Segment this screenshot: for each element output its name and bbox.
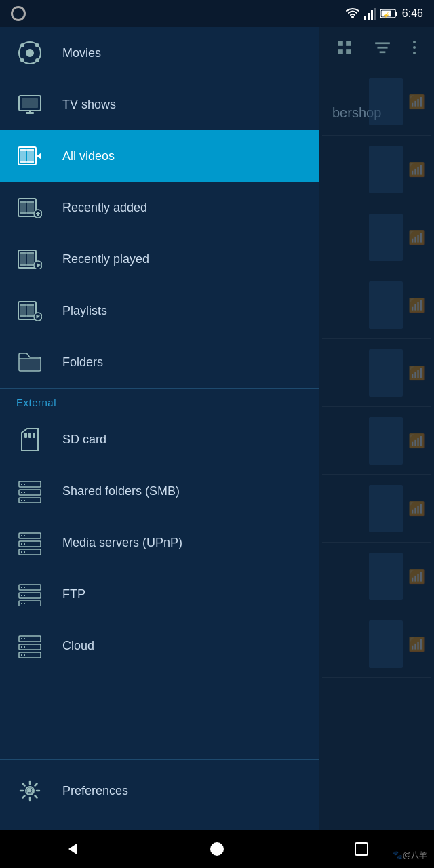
sidebar-item-label: Media servers (UPnP) <box>62 536 182 550</box>
ftp-icon <box>16 580 43 608</box>
svg-rect-11 <box>364 16 366 20</box>
svg-rect-85 <box>24 595 25 596</box>
sidebar-item-cloud[interactable]: Cloud <box>0 620 319 671</box>
svg-rect-54 <box>20 315 34 317</box>
back-icon <box>64 841 81 857</box>
home-icon <box>209 841 225 857</box>
bg-list-item: 📶 <box>322 203 431 271</box>
svg-point-7 <box>413 41 416 43</box>
svg-point-10 <box>351 16 354 18</box>
cloud-icon <box>16 632 43 659</box>
svg-point-22 <box>35 43 39 47</box>
svg-rect-13 <box>371 10 373 20</box>
sidebar-item-ftp[interactable]: FTP <box>0 568 319 620</box>
svg-rect-12 <box>368 13 370 20</box>
svg-rect-94 <box>24 646 25 648</box>
svg-rect-84 <box>21 595 22 596</box>
back-button[interactable] <box>52 835 93 863</box>
svg-point-24 <box>35 58 39 62</box>
sidebar-item-upnp[interactable]: Media servers (UPnP) <box>0 517 319 568</box>
battery-icon: ⚡ <box>380 8 398 19</box>
sidebar-item-label: Recently added <box>62 201 147 215</box>
external-section-header: External <box>0 389 319 414</box>
navigation-drawer: Movies TV shows All videos <box>0 0 319 868</box>
sidebar-item-label: FTP <box>62 587 85 601</box>
wifi-status-icon <box>345 7 360 20</box>
video-play-icon <box>16 245 43 273</box>
sidebar-item-movies[interactable]: Movies <box>0 27 319 79</box>
bg-list-item: 📶 <box>322 271 431 339</box>
svg-rect-39 <box>20 212 34 214</box>
svg-point-21 <box>20 43 24 47</box>
bg-list-item: 📶 <box>322 610 431 678</box>
video-icon <box>16 142 43 170</box>
svg-point-9 <box>413 52 416 54</box>
bg-list-item: 📶 <box>322 407 431 475</box>
svg-rect-0 <box>338 41 343 46</box>
wifi-icon: 📶 <box>408 94 425 110</box>
svg-rect-53 <box>20 304 34 306</box>
svg-rect-5 <box>377 47 387 49</box>
svg-rect-33 <box>20 161 34 163</box>
wifi-icon: 📶 <box>408 365 425 381</box>
video-add-icon <box>16 194 43 221</box>
sidebar-item-all-videos[interactable]: All videos <box>0 130 319 182</box>
sidebar-item-recently-added[interactable]: Recently added <box>0 182 319 233</box>
sidebar-item-label: SD card <box>62 433 106 447</box>
svg-rect-72 <box>21 535 22 536</box>
sidebar-item-folders[interactable]: Folders <box>0 336 319 388</box>
sidebar-item-label: Playlists <box>62 304 107 318</box>
playlist-icon <box>16 297 43 324</box>
svg-rect-4 <box>375 42 390 44</box>
more-icon[interactable] <box>412 39 417 56</box>
sidebar-item-recently-played[interactable]: Recently played <box>0 233 319 285</box>
svg-text:⚡: ⚡ <box>383 12 390 18</box>
svg-rect-27 <box>26 112 34 114</box>
svg-rect-70 <box>24 500 25 501</box>
svg-rect-73 <box>24 535 25 536</box>
home-button[interactable] <box>197 835 237 863</box>
sidebar-item-sd-card[interactable]: SD card <box>0 414 319 465</box>
sidebar-item-label: Preferences <box>62 784 128 798</box>
sidebar-item-smb[interactable]: Shared folders (SMB) <box>0 465 319 517</box>
svg-rect-79 <box>24 551 25 553</box>
recents-icon <box>355 842 368 856</box>
svg-rect-69 <box>21 500 22 501</box>
bg-list: 📶 📶 📶 📶 📶 📶 📶 📶 <box>322 68 431 678</box>
svg-rect-47 <box>20 264 34 266</box>
sidebar-item-preferences[interactable]: Preferences <box>0 765 319 816</box>
time-display: 6:46 <box>402 7 423 20</box>
svg-rect-82 <box>24 587 25 588</box>
svg-rect-28 <box>29 111 31 112</box>
tv-icon <box>16 91 43 118</box>
sidebar-item-label: Shared folders (SMB) <box>62 484 180 498</box>
svg-rect-88 <box>24 603 25 604</box>
film-icon <box>16 39 43 66</box>
sidebar-item-label: Folders <box>62 355 103 370</box>
sd-card-icon <box>16 426 43 453</box>
svg-rect-81 <box>21 587 22 588</box>
filter-icon[interactable] <box>374 39 391 56</box>
status-bar: ⚡ 6:46 <box>0 0 434 27</box>
svg-rect-87 <box>21 603 22 604</box>
svg-rect-60 <box>28 433 31 438</box>
svg-rect-96 <box>21 654 22 656</box>
svg-rect-105 <box>355 843 368 855</box>
svg-rect-61 <box>33 433 35 438</box>
svg-rect-46 <box>20 252 34 254</box>
svg-point-104 <box>210 842 224 856</box>
sidebar-item-label: Movies <box>62 46 101 60</box>
sidebar-item-tv-shows[interactable]: TV shows <box>0 79 319 130</box>
svg-rect-58 <box>19 359 41 371</box>
sidebar-item-label: TV shows <box>62 98 116 112</box>
grid-icon[interactable] <box>336 39 353 56</box>
bg-list-item: 📶 <box>322 542 431 610</box>
svg-rect-66 <box>21 492 22 493</box>
recents-button[interactable] <box>341 835 382 863</box>
svg-marker-103 <box>68 844 77 854</box>
wifi-icon: 📶 <box>408 636 425 652</box>
svg-point-23 <box>20 58 24 62</box>
sidebar-item-playlists[interactable]: Playlists <box>0 285 319 336</box>
wifi-icon: 📶 <box>408 500 425 517</box>
svg-rect-76 <box>24 543 25 545</box>
